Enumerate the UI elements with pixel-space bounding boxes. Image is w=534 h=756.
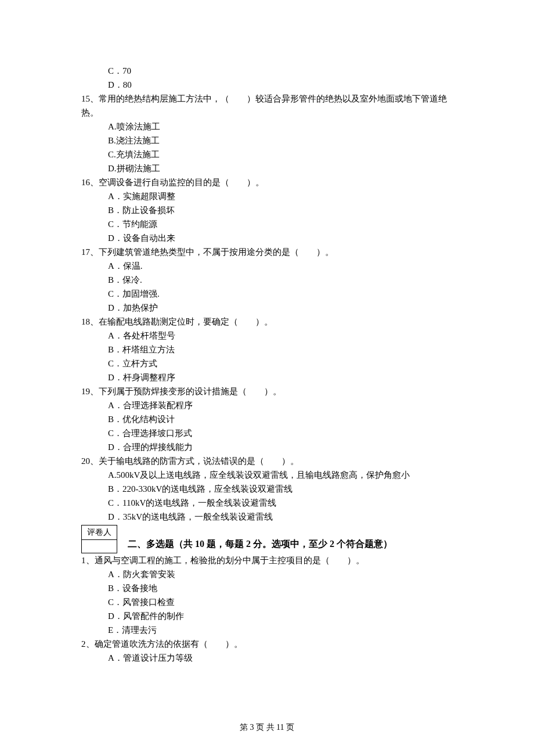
q15-option-a: A.喷涂法施工 bbox=[81, 120, 453, 134]
q18-option-d: D．杆身调整程序 bbox=[81, 370, 453, 384]
q15-option-d: D.拼砌法施工 bbox=[81, 161, 453, 175]
q19-text: 19、下列属于预防焊接变形的设计措施是（ ）。 bbox=[81, 384, 453, 398]
q18-option-a: A．各处杆塔型号 bbox=[81, 329, 453, 343]
grader-blank bbox=[82, 540, 117, 553]
mq2-option-a: A．管道设计压力等级 bbox=[81, 651, 453, 665]
q16-option-a: A．实施超限调整 bbox=[81, 189, 453, 203]
q16-option-c: C．节约能源 bbox=[81, 217, 453, 231]
q19-option-d: D．合理的焊接线能力 bbox=[81, 440, 453, 454]
q20-option-c: C．110kV的送电线路，一般全线装设避雷线 bbox=[81, 496, 453, 510]
q17-option-a: A．保温. bbox=[81, 259, 453, 273]
q20-option-a: A.500kV及以上送电线路，应全线装设双避雷线，且输电线路愈高，保护角愈小 bbox=[81, 468, 453, 482]
q17-option-d: D．加热保护 bbox=[81, 301, 453, 315]
mq1-option-e: E．清理去污 bbox=[81, 623, 453, 637]
mq1-option-c: C．风管接口检查 bbox=[81, 595, 453, 609]
q20-option-d: D．35kV的送电线路，一般全线装设避雷线 bbox=[81, 510, 453, 524]
q15-text: 15、常用的绝热结构层施工方法中，（ ）较适合异形管件的绝热以及室外地面或地下管… bbox=[81, 92, 453, 120]
section2-title: 二、多选题（共 10 题，每题 2 分。选项中，至少 2 个符合题意） bbox=[117, 527, 392, 552]
q16-option-d: D．设备自动出来 bbox=[81, 231, 453, 245]
q19-option-b: B．优化结构设计 bbox=[81, 412, 453, 426]
q18-option-b: B．杆塔组立方法 bbox=[81, 343, 453, 357]
q19-option-a: A．合理选择装配程序 bbox=[81, 398, 453, 412]
mq1-option-a: A．防火套管安装 bbox=[81, 567, 453, 581]
mq1-option-d: D．风管配件的制作 bbox=[81, 609, 453, 623]
q15-option-c: C.充填法施工 bbox=[81, 147, 453, 161]
mq2-text: 2、确定管道吹洗方法的依据有（ ）。 bbox=[81, 637, 453, 651]
q14-option-d: D．80 bbox=[81, 78, 453, 92]
q18-text: 18、在输配电线路勘测定位时，要确定（ ）。 bbox=[81, 315, 453, 329]
q19-option-c: C．合理选择坡口形式 bbox=[81, 426, 453, 440]
q20-text: 20、关于输电线路的防雷方式，说法错误的是（ ）。 bbox=[81, 454, 453, 468]
q18-option-c: C．立杆方式 bbox=[81, 357, 453, 370]
q17-text: 17、下列建筑管道绝热类型中，不属于按用途分类的是（ ）。 bbox=[81, 245, 453, 259]
q20-option-b: B．220-330kV的送电线路，应全线装设双避雷线 bbox=[81, 482, 453, 496]
q15-option-b: B.浇注法施工 bbox=[81, 134, 453, 147]
grader-label: 评卷人 bbox=[82, 525, 117, 540]
exam-page: C．70 D．80 15、常用的绝热结构层施工方法中，（ ）较适合异形管件的绝热… bbox=[0, 0, 534, 756]
section-header-row: 评卷人 二、多选题（共 10 题，每题 2 分。选项中，至少 2 个符合题意） bbox=[81, 525, 453, 553]
q17-option-c: C．加固增强. bbox=[81, 287, 453, 301]
grader-box: 评卷人 bbox=[81, 525, 117, 553]
q14-option-c: C．70 bbox=[81, 64, 453, 78]
q17-option-b: B．保冷. bbox=[81, 273, 453, 287]
mq1-text: 1、通风与空调工程的施工，检验批的划分中属于主控项目的是（ ）。 bbox=[81, 553, 453, 567]
mq1-option-b: B．设备接地 bbox=[81, 581, 453, 595]
q16-text: 16、空调设备进行自动监控的目的是（ ）。 bbox=[81, 175, 453, 189]
q16-option-b: B．防止设备损坏 bbox=[81, 203, 453, 217]
page-footer: 第 3 页 共 11 页 bbox=[0, 721, 534, 734]
